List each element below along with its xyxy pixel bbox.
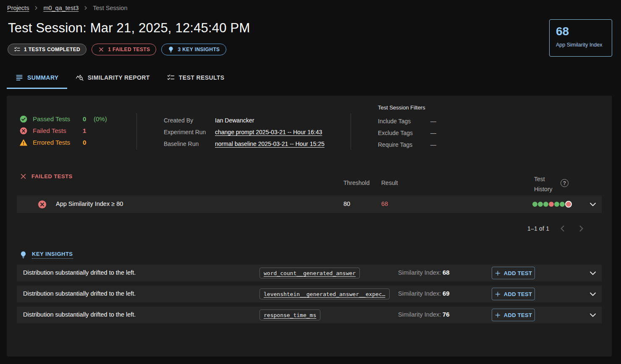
history-dot-pass — [543, 202, 548, 207]
failed-tests-label: Failed Tests — [33, 127, 77, 134]
tab-similarity-report[interactable]: SIMILARITY REPORT — [67, 67, 158, 88]
app-similarity-score-label: App Similarity Index — [556, 42, 605, 48]
created-by-row: Created By Ian Dewancker — [164, 116, 325, 124]
failed-tests-value: 1 — [83, 127, 94, 134]
test-history-dots — [532, 202, 571, 207]
similarity-index-value: 76 — [443, 311, 450, 318]
pagination: 1–1 of 1 — [527, 224, 586, 234]
metric-chip[interactable]: response_time_ms — [259, 309, 320, 320]
plus-icon — [495, 291, 501, 297]
tests-completed-badge-label: 1 TESTS COMPLETED — [24, 47, 80, 52]
session-filters: Test Session Filters Include Tags — Excl… — [378, 104, 436, 152]
chevron-down-icon[interactable] — [588, 268, 598, 278]
breadcrumb-project-name[interactable]: m0_qa_test3 — [43, 5, 79, 11]
chevron-right-icon — [33, 5, 39, 11]
tab-test-results[interactable]: TEST RESULTS — [158, 67, 233, 88]
divider — [351, 113, 351, 150]
failed-tests-stat: Failed Tests 1 — [19, 126, 107, 135]
similarity-index-label: Similarity Index: — [398, 269, 441, 276]
close-icon — [20, 173, 27, 180]
cancel-circle-icon — [19, 127, 28, 135]
breadcrumb: Projects m0_qa_test3 Test Session — [7, 5, 127, 11]
divider — [136, 113, 137, 150]
insight-text: Distribution substantially drifted to th… — [23, 311, 136, 318]
chevron-down-icon[interactable] — [588, 310, 598, 320]
similarity-index-label: Similarity Index: — [398, 311, 441, 318]
plus-icon — [495, 312, 501, 318]
plus-icon — [495, 270, 501, 276]
include-tags-row: Include Tags — — [378, 117, 436, 125]
query-stats-icon — [76, 73, 84, 82]
experiment-run-link[interactable]: change prompt 2025-03-21 -- Hour 16:43 — [215, 129, 322, 135]
failed-tests-section-header: FAILED TESTS — [20, 173, 73, 180]
pagination-label: 1–1 of 1 — [527, 225, 549, 232]
exclude-tags-value: — — [430, 130, 436, 136]
column-header-result: Result — [381, 179, 398, 186]
chevron-down-icon[interactable] — [588, 289, 598, 299]
checklist-icon — [14, 46, 21, 53]
baseline-run-row: Baseline Run normal baseline 2025-03-21 … — [164, 140, 325, 148]
warning-triangle-icon — [19, 138, 28, 147]
chevron-right-icon[interactable] — [576, 224, 586, 234]
app-similarity-score-card: 68 App Similarity Index — [549, 19, 612, 57]
column-header-test-history: Test History — [534, 174, 553, 195]
failed-tests-badge-label: 1 FAILED TESTS — [108, 47, 150, 52]
include-tags-label: Include Tags — [378, 118, 430, 125]
lightbulb-icon — [168, 46, 174, 53]
checklist-icon — [167, 73, 175, 82]
chevron-down-icon[interactable] — [588, 199, 598, 209]
insight-text: Distribution substantially drifted to th… — [23, 290, 136, 297]
insight-row: Distribution substantially drifted to th… — [17, 286, 602, 302]
history-dot-fail — [549, 202, 554, 207]
breadcrumb-projects[interactable]: Projects — [7, 5, 29, 11]
session-meta: Created By Ian Dewancker Experiment Run … — [164, 116, 325, 148]
require-tags-label: Require Tags — [378, 141, 430, 148]
tab-summary-label: SUMMARY — [27, 74, 59, 81]
key-insights-badge[interactable]: 3 KEY INSIGHTS — [161, 44, 226, 55]
exclude-tags-label: Exclude Tags — [378, 130, 430, 136]
tab-summary[interactable]: SUMMARY — [7, 67, 67, 88]
summary-panel: Passed Tests 0 (0%) Failed Tests 1 Error… — [7, 96, 612, 356]
require-tags-value: — — [430, 141, 436, 148]
passed-tests-value: 0 — [83, 115, 94, 122]
check-circle-icon — [19, 115, 28, 123]
passed-tests-stat: Passed Tests 0 (0%) — [19, 114, 107, 123]
failed-test-result: 68 — [381, 200, 388, 207]
passed-tests-label: Passed Tests — [33, 115, 77, 122]
tab-bar: SUMMARY SIMILARITY REPORT TEST RESULTS — [7, 67, 233, 88]
add-test-button[interactable]: ADD TEST — [492, 309, 535, 321]
help-icon[interactable]: ? — [561, 179, 569, 187]
add-test-button[interactable]: ADD TEST — [492, 267, 535, 279]
created-by-value: Ian Dewancker — [215, 117, 254, 124]
baseline-run-link[interactable]: normal baseline 2025-03-21 -- Hour 15:25 — [215, 140, 325, 147]
errored-tests-label: Errored Tests — [33, 139, 77, 146]
add-test-button[interactable]: ADD TEST — [492, 288, 535, 300]
tab-test-results-label: TEST RESULTS — [179, 74, 225, 81]
summary-list-icon — [15, 73, 24, 82]
metric-chip[interactable]: word_count__generated_answer — [259, 268, 360, 278]
key-insights-section-title[interactable]: KEY INSIGHTS — [32, 251, 73, 259]
history-dot-pass — [554, 202, 559, 207]
require-tags-row: Require Tags — — [378, 140, 436, 148]
session-filters-title: Test Session Filters — [378, 104, 436, 111]
failed-tests-badge[interactable]: 1 FAILED TESTS — [92, 44, 156, 55]
page-title: Test Session: Mar 21, 2025, 12:45:40 PM — [8, 21, 250, 36]
key-insights-badge-label: 3 KEY INSIGHTS — [178, 47, 220, 52]
failed-test-threshold: 80 — [343, 200, 350, 207]
created-by-label: Created By — [164, 117, 215, 124]
insight-row: Distribution substantially drifted to th… — [17, 307, 602, 323]
failed-test-row[interactable]: App Similarity Index ≥ 80 80 68 — [17, 195, 602, 213]
metric-chip[interactable]: levenshtein__generated_answer__expec… — [259, 289, 390, 299]
column-header-threshold: Threshold — [343, 179, 369, 186]
app-similarity-score-value: 68 — [556, 25, 605, 38]
include-tags-value: — — [430, 118, 436, 125]
chevron-left-icon[interactable] — [558, 224, 568, 234]
tests-completed-badge[interactable]: 1 TESTS COMPLETED — [8, 44, 86, 55]
exclude-tags-row: Exclude Tags — — [378, 129, 436, 137]
experiment-run-row: Experiment Run change prompt 2025-03-21 … — [164, 128, 325, 136]
history-dot-pass — [538, 202, 543, 207]
breadcrumb-current: Test Session — [93, 5, 127, 11]
passed-tests-percent: (0%) — [94, 115, 107, 122]
errored-tests-stat: Errored Tests 0 — [19, 138, 107, 147]
badge-row: 1 TESTS COMPLETED 1 FAILED TESTS 3 KEY I… — [8, 44, 226, 55]
